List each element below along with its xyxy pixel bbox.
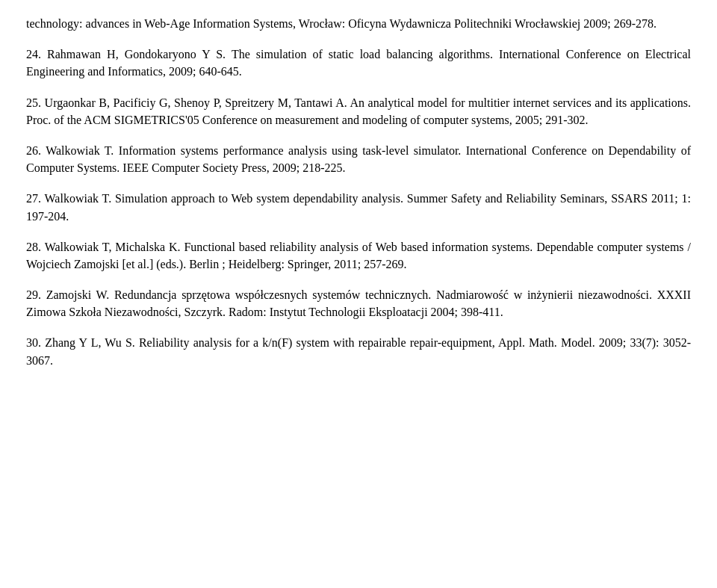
reference-27: 27. Walkowiak T. Simulation approach to … [26,190,691,224]
ref-28-number: 28. [26,241,41,253]
ref-27-text: Walkowiak T. Simulation approach to Web … [26,192,691,222]
reference-24: 24. Rahmawan H, Gondokaryono Y S. The si… [26,46,691,80]
ref-30-number: 30. [26,336,41,349]
ref-30-text: Zhang Y L, Wu S. Reliability analysis fo… [26,336,691,366]
ref-25-text: Urgaonkar B, Pacificiy G, Shenoy P, Spre… [26,96,691,126]
ref-29-number: 29. [26,288,41,301]
reference-intro: technology: advances in Web-Age Informat… [26,15,691,32]
ref-25-number: 25. [26,96,41,109]
ref-24-number: 24. [26,48,41,61]
reference-30: 30. Zhang Y L, Wu S. Reliability analysi… [26,334,691,368]
ref-27-number: 27. [26,192,41,205]
reference-29: 29. Zamojski W. Redundancja sprzętowa ws… [26,286,691,321]
ref-28-text: Walkowiak T, Michalska K. Functional bas… [26,241,691,270]
ref-29-text: Zamojski W. Redundancja sprzętowa współc… [26,288,691,318]
ref-24-text: Rahmawan H, Gondokaryono Y S. The simula… [26,48,691,78]
reference-list: technology: advances in Web-Age Informat… [26,15,691,369]
reference-25: 25. Urgaonkar B, Pacificiy G, Shenoy P, … [26,94,691,129]
ref-26-text: Walkowiak T. Information systems perform… [26,144,691,174]
reference-26: 26. Walkowiak T. Information systems per… [26,142,691,176]
reference-28: 28. Walkowiak T, Michalska K. Functional… [26,238,691,273]
ref-intro-text: technology: advances in Web-Age Informat… [26,17,657,30]
ref-26-number: 26. [26,144,41,157]
